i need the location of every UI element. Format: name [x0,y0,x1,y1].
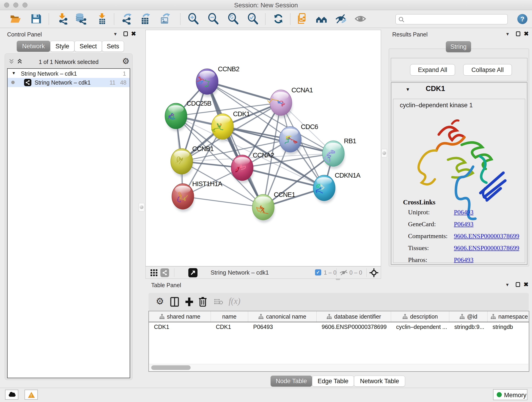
column-header-label: @id [467,313,477,320]
tab-network-table[interactable]: Network Table [354,376,405,387]
detach-view-icon[interactable] [188,268,197,277]
columns-icon[interactable] [170,297,179,307]
tab-node-table[interactable]: Node Table [271,376,312,387]
network-row-selected[interactable]: String Network – cdk1 11 48 [7,78,130,87]
toolbar-separator [180,13,181,25]
add-column-icon[interactable] [185,297,194,307]
graph-node-RB1[interactable] [322,141,345,169]
export-image-icon[interactable] [159,13,171,25]
help-icon[interactable]: ? [517,14,527,24]
tab-select[interactable]: Select [75,41,102,52]
table-cell[interactable]: P06493 [248,322,317,332]
table-cell[interactable]: stringdb [488,322,529,332]
table-hscroll-thumb[interactable] [151,365,191,370]
results-panel-close-icon[interactable]: ✖ [524,31,529,36]
gear-icon[interactable]: ⚙ [156,296,164,306]
table-cell[interactable]: cyclin–dependent ... [391,322,449,332]
birdseye-view-icon[interactable] [369,268,379,277]
table-panel-float-icon[interactable] [516,282,520,287]
column-header-database-identifier[interactable]: database identifier [317,311,391,322]
control-panel-close-icon[interactable]: ✖ [131,31,136,36]
results-panel-menu-icon[interactable]: ▼ [505,32,510,37]
tab-style[interactable]: Style [50,41,75,52]
crosslink-link[interactable]: P06493 [454,209,474,216]
tab-network[interactable]: Network [17,41,50,52]
graph-node-CDKN1A[interactable] [313,175,336,203]
graph-node-CDC25B[interactable] [165,103,187,131]
table-cell[interactable]: 9606.ENSP00000378699 [317,322,391,332]
search-input[interactable] [395,14,508,24]
warning-button[interactable]: ! [25,390,38,400]
hide-panel-icon[interactable] [335,13,346,25]
graph-node-HIST1H1A[interactable] [172,184,194,212]
collapse-all-button[interactable]: Collapse All [463,64,512,76]
table-cell[interactable]: stringdb:9... [449,322,488,332]
table-hscrollbar[interactable] [149,364,528,371]
network-collection-row[interactable]: ▼ String Network – cdk1 1 [7,70,130,78]
table-panel-menu-icon[interactable]: ▼ [505,282,510,287]
network-canvas[interactable]: CCNB2CCNA1CDC25BCDK1CDC6RB1CCNB1CCNA2CDK… [146,30,381,266]
tab-edge-table[interactable]: Edge Table [312,376,354,387]
import-network-database-icon[interactable] [75,13,86,25]
cloud-status-button[interactable] [5,390,18,400]
open-file-icon[interactable] [10,13,21,25]
grid-view-icon[interactable] [150,269,158,276]
import-table-file-icon[interactable] [96,13,108,25]
collection-expander-icon[interactable]: ▼ [12,71,16,76]
graph-edge-HIST1H1A-CCNE1[interactable] [183,196,263,207]
column-header-description[interactable]: description [391,311,449,322]
left-splitter-handle[interactable] [139,203,144,211]
results-panel-title: Results Panel [392,31,428,38]
right-splitter-handle[interactable] [381,149,387,157]
network-view-type-icon[interactable] [160,268,169,277]
column-header-namespace[interactable]: namespace [488,311,529,322]
crosslink-link[interactable]: P06493 [454,220,474,228]
network-options-gear-icon[interactable]: ⚙ [122,56,129,66]
delete-column-icon[interactable] [198,297,207,307]
tab-string[interactable]: String [446,41,471,52]
show-all-icon[interactable] [316,13,327,25]
column-header-canonical-name[interactable]: canonical name [248,311,317,322]
crosslink-link[interactable]: P06493 [454,256,474,263]
table-panel-close-icon[interactable]: ✖ [524,282,529,287]
table-row[interactable]: CDK1CDK1P064939606.ENSP00000378699cyclin… [149,322,529,332]
protein-expander-icon[interactable]: ▼ [405,87,410,92]
graph-node-CDC6[interactable] [279,127,302,155]
graph-node-CCNB1[interactable] [171,148,193,177]
graph-node-CCNA2[interactable] [231,155,254,183]
table-cell[interactable]: CDK1 [149,322,211,332]
zoom-out-icon[interactable] [207,13,219,25]
graph-node-CDK1[interactable] [211,114,234,142]
tab-sets[interactable]: Sets [102,41,124,52]
collection-count: 1 [123,70,126,77]
memory-button[interactable]: Memory [493,389,527,400]
expand-all-button[interactable]: Expand All [410,64,455,76]
export-table-icon[interactable] [139,13,151,25]
graph-node-CCNB2[interactable] [196,69,219,97]
zoom-selected-icon[interactable] [247,13,259,25]
toolbar-separator [49,13,49,25]
save-session-icon[interactable] [30,13,42,25]
column-header-name[interactable]: name [211,311,248,322]
column-header-shared-name[interactable]: shared name [149,311,211,322]
table-cell[interactable]: CDK1 [211,322,248,332]
zoom-in-icon[interactable] [187,13,199,25]
selected-checkbox[interactable]: ✓ [315,269,321,275]
refresh-icon[interactable] [273,13,284,25]
network-view-title: String Network – cdk1 [210,269,269,276]
show-eye-icon[interactable] [355,13,366,25]
clone-network-icon[interactable] [297,13,308,25]
results-panel-float-icon[interactable] [516,32,520,36]
export-network-icon[interactable] [120,13,132,25]
crosslink-link[interactable]: 9606.ENSP00000378699 [454,244,519,251]
control-panel-float-icon[interactable] [123,32,128,36]
control-panel-menu-icon[interactable]: ▼ [113,32,118,37]
crosslink-link[interactable]: 9606.ENSP00000378699 [454,232,519,240]
import-network-file-icon[interactable] [56,13,68,25]
network-graph[interactable]: CCNB2CCNA1CDC25BCDK1CDC6RB1CCNB1CCNA2CDK… [146,30,381,266]
zoom-fit-icon[interactable] [227,13,239,25]
graph-node-CCNE1[interactable] [252,194,275,223]
column-header-@id[interactable]: @id [449,311,488,322]
graph-node-CCNA1[interactable] [268,90,292,118]
table-panel: Table Panel ▼ ✖ ⚙ f(x) shared namename c… [146,280,532,388]
